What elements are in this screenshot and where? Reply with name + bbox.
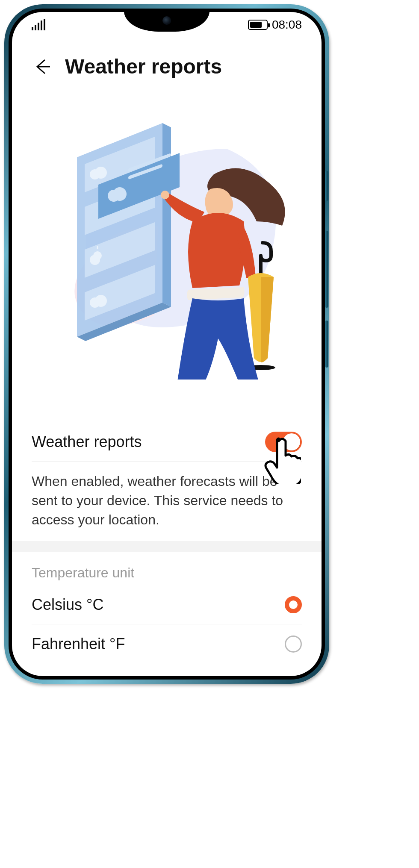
option-label: Fahrenheit °F xyxy=(32,635,125,653)
status-time: 08:08 xyxy=(272,18,302,32)
option-label: Celsius °C xyxy=(32,596,103,614)
temperature-unit-section-title: Temperature unit xyxy=(32,552,302,585)
weather-illustration xyxy=(47,115,286,380)
weather-reports-row[interactable]: Weather reports xyxy=(32,422,302,462)
page-title: Weather reports xyxy=(65,55,222,78)
svg-point-13 xyxy=(95,167,107,179)
weather-reports-toggle[interactable] xyxy=(265,432,302,452)
toggle-knob xyxy=(283,433,300,450)
section-separator xyxy=(12,541,322,552)
svg-point-15 xyxy=(93,251,102,260)
weather-reports-label: Weather reports xyxy=(32,433,142,451)
weather-reports-description: When enabled, weather forecasts will be … xyxy=(32,462,302,541)
battery-icon xyxy=(248,20,268,30)
radio-selected-icon[interactable] xyxy=(285,596,302,613)
status-bar: 08:08 xyxy=(12,12,322,38)
svg-point-18 xyxy=(95,295,107,307)
signal-icon xyxy=(32,19,45,30)
svg-point-9 xyxy=(113,187,127,201)
radio-unselected-icon[interactable] xyxy=(285,636,302,653)
temperature-option-celsius[interactable]: Celsius °C xyxy=(32,585,302,624)
back-button[interactable] xyxy=(32,56,53,77)
svg-point-19 xyxy=(161,191,169,199)
temperature-option-fahrenheit[interactable]: Fahrenheit °F xyxy=(32,624,302,664)
arrow-left-icon xyxy=(33,57,52,76)
svg-marker-1 xyxy=(162,123,171,307)
phone-screen: 08:08 Weather reports xyxy=(12,12,322,676)
